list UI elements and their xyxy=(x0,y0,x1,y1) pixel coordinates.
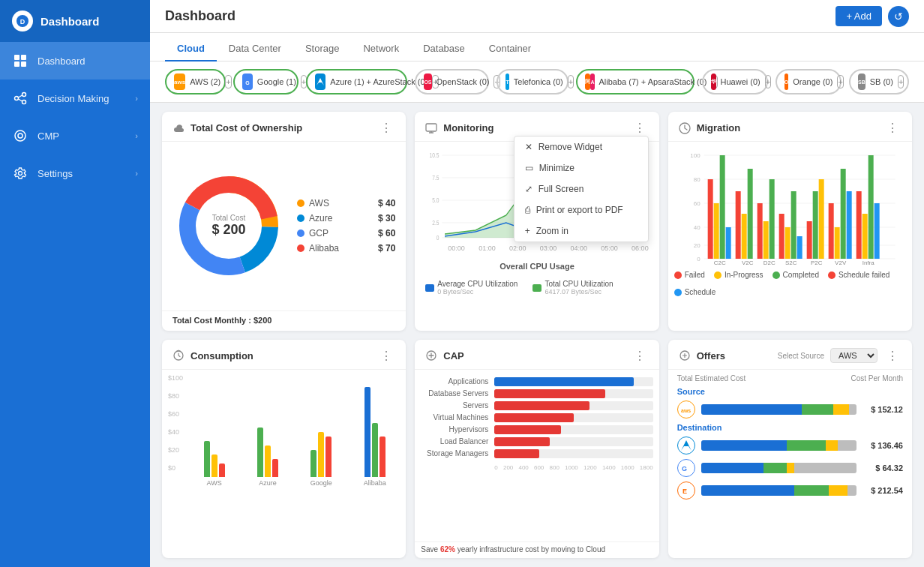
svg-rect-58 xyxy=(790,191,796,259)
svg-rect-64 xyxy=(834,227,839,259)
sidebar-item-dashboard[interactable]: Dashboard xyxy=(0,42,150,80)
context-minimize[interactable]: ▭ Minimize xyxy=(514,158,648,178)
svg-marker-15 xyxy=(316,78,324,86)
cap-body: Applications Database Servers Servers Vi… xyxy=(415,370,658,542)
offers-source-select[interactable]: AWS Azure GCP xyxy=(830,348,878,363)
svg-text:2.5: 2.5 xyxy=(433,219,440,226)
provider-openstack[interactable]: OS OpenStack (0) + xyxy=(415,69,489,94)
sb-add-icon[interactable]: + xyxy=(898,75,904,88)
svg-rect-54 xyxy=(763,221,768,259)
svg-rect-56 xyxy=(778,214,784,259)
tab-container[interactable]: Container xyxy=(477,37,543,62)
offers-dest-row-alibaba: E $ 212.54 xyxy=(677,482,903,500)
svg-rect-50 xyxy=(735,191,740,259)
svg-text:P2C: P2C xyxy=(811,260,823,266)
add-button[interactable]: + Add xyxy=(836,6,882,26)
refresh-button[interactable]: ↺ xyxy=(888,6,909,27)
offers-dest-row-gcp: G $ 64.32 xyxy=(677,459,903,477)
main-content: Dashboard + Add ↺ Cloud Data Center Stor… xyxy=(150,0,924,567)
svg-rect-61 xyxy=(812,191,818,259)
svg-text:0: 0 xyxy=(697,256,700,262)
tco-widget: Total Cost of Ownership ⋮ xyxy=(162,112,406,331)
svg-text:V2C: V2C xyxy=(742,260,754,266)
huawei-label: Huawei (0) xyxy=(721,77,760,86)
total-cpu-label: Total CPU Utilization xyxy=(544,280,613,288)
cap-icon xyxy=(425,350,437,362)
azure-logo xyxy=(315,74,326,90)
svg-text:100: 100 xyxy=(690,152,700,159)
context-zoom[interactable]: + Zoom in xyxy=(514,220,648,242)
aws-logo: aws xyxy=(174,74,185,90)
tco-menu-button[interactable]: ⋮ xyxy=(377,119,395,136)
tab-cloud[interactable]: Cloud xyxy=(165,37,217,62)
context-print[interactable]: ⎙ Print or export to PDF xyxy=(514,200,648,220)
migration-chart: 100 80 60 40 20 0 xyxy=(674,146,906,266)
tab-datacenter[interactable]: Data Center xyxy=(217,37,293,62)
svg-point-7 xyxy=(22,93,26,97)
monitoring-menu-button[interactable]: ⋮ xyxy=(631,119,649,136)
tab-network[interactable]: Network xyxy=(351,37,411,62)
migration-header: Migration ⋮ xyxy=(668,112,912,142)
sidebar-item-cmp[interactable]: CMP › xyxy=(0,117,150,154)
telefonica-add-icon[interactable]: + xyxy=(568,75,574,88)
grid-icon xyxy=(12,52,28,69)
gcp-offers-logo: G xyxy=(677,459,695,477)
cap-row-vms: Virtual Machines xyxy=(421,413,652,422)
svg-text:V2V: V2V xyxy=(835,260,847,266)
legend-aws: AWS $ 40 xyxy=(297,198,395,208)
alibaba-label: Alibaba (7) + ApsaraStack (0) xyxy=(599,77,707,86)
offers-source-section: Source xyxy=(677,387,903,396)
svg-rect-66 xyxy=(846,191,851,259)
tab-database[interactable]: Database xyxy=(411,37,477,62)
provider-huawei[interactable]: 华 Huawei (0) + xyxy=(702,69,768,94)
provider-alibaba[interactable]: 阿 A Alibaba (7) + ApsaraStack (0) + xyxy=(576,69,694,94)
cap-row-load-balancer: Load Balancer xyxy=(421,437,652,446)
context-remove[interactable]: ✕ Remove Widget xyxy=(514,136,648,158)
gcp-offers-price: $ 64.32 xyxy=(862,464,903,472)
svg-rect-3 xyxy=(21,55,26,60)
page-title: Dashboard xyxy=(165,8,236,24)
gear-icon xyxy=(12,165,28,182)
orange-add-icon[interactable]: + xyxy=(837,75,843,88)
provider-aws[interactable]: aws AWS (2) + xyxy=(165,69,226,94)
completed-legend: Completed xyxy=(772,271,819,279)
svg-rect-2 xyxy=(14,55,20,60)
provider-google[interactable]: G Google (1) + xyxy=(233,69,298,94)
cap-menu-button[interactable]: ⋮ xyxy=(631,347,649,364)
cap-widget: CAP ⋮ Applications Database Servers Serv… xyxy=(415,340,658,559)
provider-azure[interactable]: Azure (1) + AzureStack (0) + xyxy=(306,69,407,94)
migration-title: Migration xyxy=(697,122,878,134)
offers-menu-button[interactable]: ⋮ xyxy=(884,347,902,364)
openstack-label: OpenStack (0) xyxy=(436,77,490,86)
aws-add-icon[interactable]: + xyxy=(225,75,231,88)
huawei-add-icon[interactable]: + xyxy=(765,75,771,88)
azure-offers-price: $ 136.46 xyxy=(862,441,903,450)
sidebar-item-label-settings: Settings xyxy=(38,168,126,179)
topbar-actions: + Add ↺ xyxy=(836,6,909,27)
svg-line-10 xyxy=(19,99,22,101)
openstack-logo: OS xyxy=(424,74,431,90)
svg-rect-20 xyxy=(426,124,436,131)
consumption-title: Consumption xyxy=(190,350,371,362)
context-fullscreen[interactable]: ⤢ Full Screen xyxy=(514,178,648,200)
avg-cpu-legend: Average CPU Utilization 0 Bytes/Sec xyxy=(425,280,518,296)
provider-orange[interactable]: O Orange (0) + xyxy=(776,69,842,94)
migration-body: 100 80 60 40 20 0 xyxy=(668,142,912,331)
svg-text:C2C: C2C xyxy=(713,260,725,266)
consumption-body: $0$20$40$60$80$100 AWS xyxy=(162,370,406,559)
tco-title: Total Cost of Ownership xyxy=(190,122,371,134)
cap-footer: Save 62% yearly infrastructure cost by m… xyxy=(415,542,658,558)
svg-rect-49 xyxy=(725,227,730,259)
sidebar-item-decision-making[interactable]: Decision Making › xyxy=(0,80,150,117)
svg-rect-68 xyxy=(862,214,867,259)
orange-label: Orange (0) xyxy=(793,77,832,86)
sidebar-item-settings[interactable]: Settings › xyxy=(0,154,150,192)
cap-title: CAP xyxy=(443,350,624,362)
migration-menu-button[interactable]: ⋮ xyxy=(884,119,902,136)
consumption-menu-button[interactable]: ⋮ xyxy=(377,347,395,364)
provider-sb[interactable]: SB SB (0) + xyxy=(849,69,909,94)
migration-widget: Migration ⋮ 100 80 60 40 20 0 xyxy=(668,112,912,331)
tab-storage[interactable]: Storage xyxy=(293,37,352,62)
svg-text:G: G xyxy=(245,80,250,86)
provider-telefonica[interactable]: T Telefonica (0) + xyxy=(496,69,568,94)
